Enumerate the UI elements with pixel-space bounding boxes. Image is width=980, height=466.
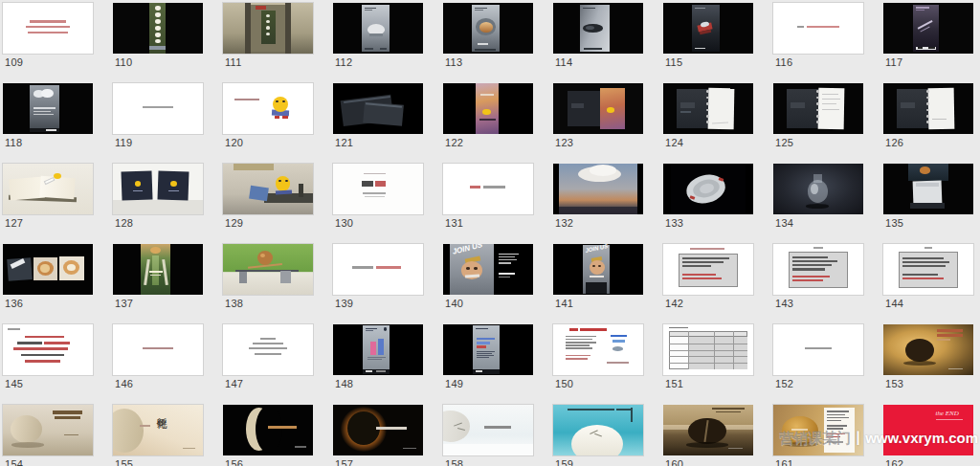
thumb-shape: [282, 116, 288, 119]
slide-thumbnail-151-table-slide[interactable]: [663, 324, 753, 375]
thumb-shape: [443, 411, 470, 442]
slide-thumbnail-127-open-book-photo[interactable]: [3, 164, 93, 214]
slide-thumbnail-129-character-scene-photo[interactable]: [223, 164, 313, 214]
slide-number: 125: [773, 137, 863, 148]
thumb-shape: [370, 342, 376, 355]
thumb-shape: [897, 89, 929, 128]
slide-thumbnail-138-egg-bench-scene[interactable]: [223, 244, 313, 295]
slide-thumbnail-162-end-slide[interactable]: the END: [883, 405, 973, 455]
slide-thumbnail-159-egg-ocean-slide[interactable]: [553, 405, 643, 455]
thumb-shape: [478, 43, 488, 45]
thumb-shape: [477, 345, 486, 348]
slide-number: 131: [443, 217, 533, 229]
slide-thumbnail-126-open-notebook-photo[interactable]: [883, 83, 973, 134]
slide-thumbnail-117-purple-poster-slide[interactable]: [883, 3, 973, 54]
slide-thumbnail-156-crescent-moon-slide[interactable]: [223, 405, 313, 455]
slide-thumbnail-152-white-text-slide[interactable]: [773, 324, 863, 375]
thumb-shape: [669, 350, 748, 351]
slide-thumbnail-120-egg-character-slide[interactable]: [223, 83, 313, 134]
slide-thumbnail-116-white-text-slide[interactable]: [773, 3, 863, 54]
slide-thumbnail-154-egg-beige-slide[interactable]: [3, 405, 93, 455]
thumb-shape: [905, 339, 934, 362]
thumb-shape: [477, 355, 494, 356]
slide-thumbnail-157-eclipse-egg-slide[interactable]: [333, 405, 423, 455]
slide-thumbnail-161-egg-gold-text-slide[interactable]: [773, 405, 863, 455]
slide-thumbnail-137-green-poster-slide[interactable]: [113, 244, 203, 295]
thumb-shape: [791, 102, 805, 108]
thumb-shape: [902, 257, 944, 259]
slide-thumbnail-133-dish-photo[interactable]: [663, 164, 753, 214]
thumb-shape: [916, 7, 929, 9]
slide-thumbnail-143-quote-box-slide[interactable]: [773, 244, 863, 295]
thumb-shape: [792, 279, 823, 281]
slide-number: 149: [443, 378, 533, 389]
slide-thumbnail-155-egg-hatch-slide[interactable]: 孵化: [113, 405, 203, 455]
thumb-shape: [368, 359, 382, 360]
thumb-shape: [677, 89, 709, 128]
thumb-shape: [607, 107, 614, 112]
slide-thumbnail-130-section-title-slide[interactable]: [333, 164, 423, 214]
slide-thumbnail-118-cloud-poster-slide[interactable]: [3, 83, 93, 134]
slide-thumbnail-115-ring-box-poster-slide[interactable]: [663, 3, 753, 54]
slide-thumbnail-110-elevator-panel-photo[interactable]: [113, 3, 203, 54]
thumb-shape: [706, 102, 709, 105]
slide-thumbnail-131-white-text-slide[interactable]: [443, 164, 533, 214]
slide-thumbnail-114-product-poster-slide[interactable]: [553, 3, 643, 54]
slide-thumbnail-135-machine-photo[interactable]: [883, 164, 973, 214]
slide-thumbnail-119-white-text-slide[interactable]: [113, 83, 203, 134]
slide-thumbnail-148-app-chart-poster-slide[interactable]: [333, 324, 423, 375]
thumb-shape: [816, 90, 819, 93]
thumb-shape: [53, 411, 82, 413]
slide-thumbnail-144-quote-box-slide[interactable]: [883, 244, 973, 295]
slide-thumbnail-109-white-text-slide[interactable]: [3, 3, 93, 54]
thumb-shape: [67, 264, 76, 271]
slide-thumbnail-128-pillows-photo[interactable]: [113, 164, 203, 214]
slide-thumbnail-112-product-poster-slide[interactable]: [333, 3, 423, 54]
thumb-shape: [17, 342, 42, 344]
thumb-shape: [443, 444, 533, 455]
slide-thumbnail-150-summary-doc-slide[interactable]: [553, 324, 643, 375]
slide-thumbnail-111-elevator-photo[interactable]: [223, 3, 313, 54]
slide-thumbnail-125-open-notebook-photo[interactable]: [773, 83, 863, 134]
slide-cell: 137: [113, 244, 203, 324]
thumb-shape: [266, 14, 270, 17]
slide-thumbnail-132-cloud-city-photo[interactable]: [553, 164, 643, 214]
slide-thumbnail-158-egg-pale-slide[interactable]: [443, 405, 533, 455]
slide-thumbnail-140-join-us-wide-slide[interactable]: JOIN US: [443, 244, 533, 295]
thumb-shape: [44, 342, 69, 344]
slide-number: 109: [3, 56, 93, 68]
thumb-shape: [682, 265, 711, 267]
slide-thumbnail-153-egg-sunrise-slide[interactable]: [883, 324, 973, 375]
slide-thumbnail-139-white-text-slide[interactable]: [333, 244, 423, 295]
thumb-shape: [362, 181, 373, 187]
slide-thumbnail-121-notebooks-photo-slide[interactable]: [333, 83, 423, 134]
slide-thumbnail-145-multi-line-text-slide[interactable]: [3, 324, 93, 375]
slide-number: 140: [443, 298, 533, 309]
thumb-shape: [149, 271, 163, 274]
slide-thumbnail-124-open-notebook-photo[interactable]: [663, 83, 753, 134]
thumb-shape: [113, 409, 144, 453]
slide-number: 161: [773, 458, 863, 466]
slide-thumbnail-142-quote-box-slide[interactable]: [663, 244, 753, 295]
slide-thumbnail-149-app-chart-poster-slide[interactable]: [443, 324, 533, 375]
slide-thumbnail-160-egg-crack-sepia-slide[interactable]: [663, 405, 753, 455]
slide-cell: 130: [333, 164, 423, 244]
thumb-shape: [827, 425, 847, 427]
slide-thumbnail-123-notebook-art-photo[interactable]: [553, 83, 643, 134]
slide-cell: 132: [553, 164, 643, 244]
slide-number: 122: [443, 137, 533, 148]
slide-thumbnail-122-colorful-poster-slide[interactable]: [443, 83, 533, 134]
thumb-shape: [366, 328, 377, 330]
slide-thumbnail-113-product-poster-slide[interactable]: [443, 3, 533, 54]
slide-cell: 154: [3, 405, 93, 466]
slide-thumbnail-136-photo-triptych-slide[interactable]: [3, 244, 93, 295]
thumb-shape: [155, 33, 161, 37]
thumb-shape: [375, 181, 386, 187]
slide-thumbnail-134-bottle-photo[interactable]: [773, 164, 863, 214]
slide-thumbnail-141-join-us-poster-slide[interactable]: JOIN US: [553, 244, 643, 295]
thumb-shape: [916, 10, 924, 11]
slide-number: 155: [113, 458, 203, 466]
slide-number: 148: [333, 378, 423, 389]
slide-thumbnail-147-centered-text-slide[interactable]: [223, 324, 313, 375]
slide-thumbnail-146-white-text-slide[interactable]: [113, 324, 203, 375]
